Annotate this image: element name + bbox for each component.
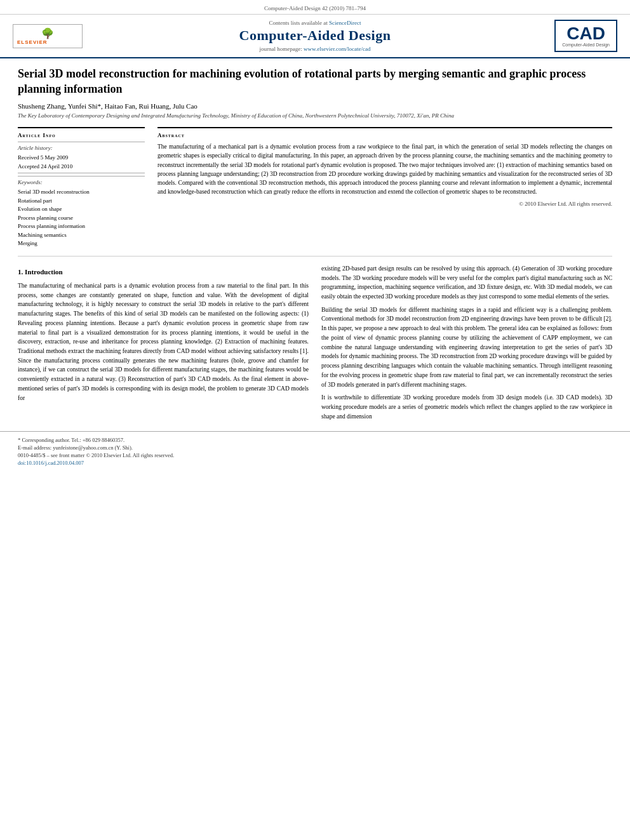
doi-link[interactable]: doi:10.1016/j.cad.2010.04.007 [18, 460, 84, 466]
authors-line: Shusheng Zhang, Yunfei Shi*, Haitao Fan,… [18, 102, 612, 110]
elsevier-logo-area: 🌳 ELSEVIER [13, 24, 83, 48]
sciencedirect-link[interactable]: ScienceDirect [329, 20, 361, 26]
journal-homepage-link[interactable]: www.elsevier.com/locate/cad [304, 46, 370, 52]
abstract-col: Abstract The manufacturing of a mechanic… [158, 127, 612, 248]
journal-title-area: Contents lists available at ScienceDirec… [83, 20, 547, 52]
body-two-col: 1. Introduction The manufacturing of mec… [18, 264, 612, 425]
journal-citation: Computer-Aided Design 42 (2010) 781–794 [0, 0, 630, 15]
copyright-notice: 0010-4485/$ – see front matter © 2010 El… [18, 452, 612, 458]
article-info-box: Article Info Article history: Received 5… [18, 127, 145, 248]
abstract-text: The manufacturing of a mechanical part i… [158, 142, 612, 197]
intro-heading: 1. Introduction [18, 267, 309, 277]
keyword-item-7: Merging [18, 239, 145, 248]
article-title: Serial 3D model reconstruction for machi… [18, 66, 612, 97]
keyword-item-1: Serial 3D model reconstruction [18, 188, 145, 197]
cad-logo-area: CAD Computer-Aided Design [547, 20, 617, 52]
body-col-left: 1. Introduction The manufacturing of mec… [18, 264, 309, 425]
accepted-date: Accepted 24 April 2010 [18, 163, 145, 171]
article-info-col: Article Info Article history: Received 5… [18, 127, 145, 248]
keyword-item-3: Evolution on shape [18, 205, 145, 214]
keywords-label: Keywords: [18, 176, 145, 185]
intro-para1: The manufacturing of mechanical parts is… [18, 281, 309, 403]
cad-logo-text: CAD [562, 25, 610, 43]
article-footer: * Corresponding author. Tel.: +86 029 88… [0, 431, 630, 471]
keyword-item-2: Rotational part [18, 197, 145, 206]
intro-para2: existing 2D-based part design results ca… [321, 264, 612, 302]
keyword-item-5: Process planning information [18, 222, 145, 231]
abstract-label: Abstract [158, 132, 612, 138]
intro-para3: Building the serial 3D models for differ… [321, 305, 612, 389]
article-info-abstract-section: Article Info Article history: Received 5… [18, 127, 612, 248]
elsevier-logo: 🌳 ELSEVIER [13, 24, 83, 48]
doi-line: doi:10.1016/j.cad.2010.04.007 [18, 460, 612, 466]
intro-para4: It is worthwhile to differentiate 3D wor… [321, 393, 612, 421]
corresponding-author-note: * Corresponding author. Tel.: +86 029 88… [18, 437, 612, 443]
contents-line: Contents lists available at ScienceDirec… [83, 20, 547, 26]
cad-logo-box: CAD Computer-Aided Design [554, 20, 617, 52]
keyword-item-4: Process planning course [18, 214, 145, 223]
article-main: Serial 3D model reconstruction for machi… [0, 58, 630, 431]
body-col-right: existing 2D-based part design results ca… [321, 264, 612, 425]
received-date: Received 5 May 2009 [18, 154, 145, 162]
abstract-box: Abstract The manufacturing of a mechanic… [158, 127, 612, 207]
abstract-copyright: © 2010 Elsevier Ltd. All rights reserved… [158, 201, 612, 207]
keywords-section: Keywords: Serial 3D model reconstruction… [18, 173, 145, 248]
keyword-item-6: Machining semantics [18, 231, 145, 240]
email-note: E-mail address: yunfeistone@yahoo.com.cn… [18, 444, 612, 451]
affiliation: The Key Laboratory of Contemporary Desig… [18, 112, 612, 120]
history-label: Article history: [18, 142, 145, 151]
article-info-label: Article Info [18, 132, 145, 138]
section-divider [18, 256, 612, 257]
tree-icon: 🌳 [17, 27, 78, 39]
journal-title: Computer-Aided Design [83, 27, 547, 44]
journal-banner: 🌳 ELSEVIER Contents lists available at S… [0, 15, 630, 58]
homepage-line: journal homepage: www.elsevier.com/locat… [83, 46, 547, 52]
cad-logo-subtext: Computer-Aided Design [562, 43, 610, 47]
